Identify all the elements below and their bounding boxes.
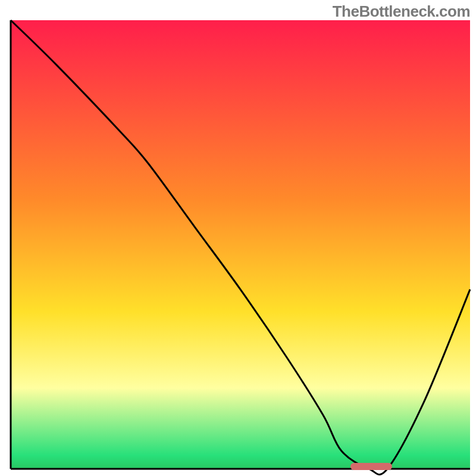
watermark-text: TheBottleneck.com bbox=[333, 2, 470, 21]
bottleneck-chart: TheBottleneck.com bbox=[0, 0, 476, 476]
optimal-range-marker bbox=[350, 463, 392, 470]
bottleneck-curve bbox=[0, 0, 476, 476]
curve-path bbox=[11, 20, 470, 475]
